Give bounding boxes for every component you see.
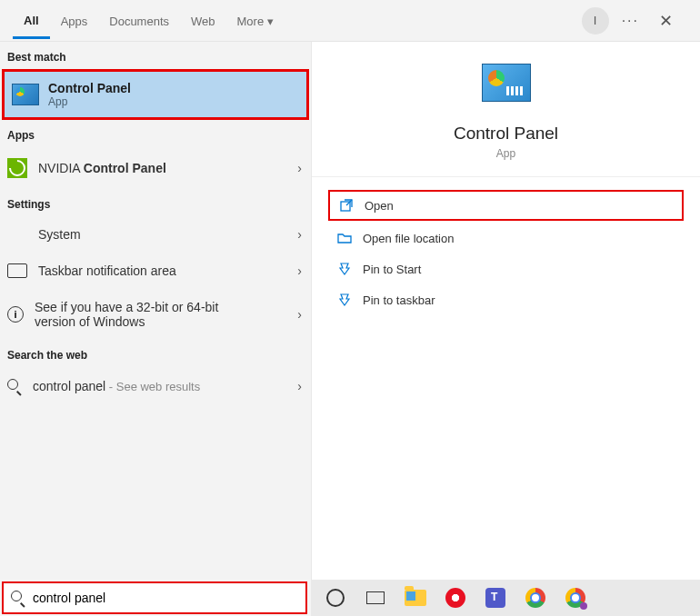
best-match-title: Control Panel [48, 81, 131, 95]
chrome-alt-icon[interactable] [564, 586, 587, 610]
tab-apps[interactable]: Apps [50, 4, 99, 37]
action-file-location-label: Open file location [363, 232, 454, 245]
action-pin-start-label: Pin to Start [363, 263, 421, 276]
action-pin-taskbar[interactable]: Pin to taskbar [328, 286, 684, 313]
open-icon [339, 198, 354, 213]
bits-label: See if you have a 32-bit or 64-bit versi… [35, 300, 253, 329]
result-nvidia-control-panel[interactable]: NVIDIA Control Panel › [0, 147, 311, 189]
chevron-right-icon: › [297, 263, 302, 278]
more-options-icon[interactable]: ··· [622, 13, 639, 29]
search-icon [11, 591, 25, 605]
nvidia-prefix: NVIDIA [38, 161, 84, 175]
task-view-icon[interactable] [364, 586, 387, 610]
result-system[interactable]: System › [0, 216, 311, 253]
pin-icon [337, 262, 352, 276]
pin-icon [337, 293, 352, 307]
detail-panel: Control Panel App Open Open file locatio… [311, 42, 700, 580]
section-best-match: Best match [0, 42, 311, 69]
chevron-down-icon: ▾ [267, 15, 274, 28]
section-search-web: Search the web [0, 340, 311, 367]
action-open-file-location[interactable]: Open file location [328, 224, 684, 252]
search-input[interactable] [33, 591, 298, 605]
teams-icon[interactable] [484, 586, 507, 610]
info-icon: i [7, 306, 24, 323]
action-open[interactable]: Open [328, 190, 684, 221]
search-icon [7, 379, 22, 393]
search-tabs: All Apps Documents Web More ▾ I ··· ✕ [0, 0, 700, 42]
action-open-label: Open [365, 199, 394, 213]
file-explorer-icon[interactable] [404, 586, 427, 610]
detail-subtitle: App [496, 147, 515, 160]
close-button[interactable]: ✕ [652, 7, 680, 35]
action-pin-taskbar-label: Pin to taskbar [363, 293, 435, 307]
chevron-right-icon: › [297, 379, 302, 393]
tab-more[interactable]: More ▾ [226, 4, 285, 37]
section-settings: Settings [0, 189, 311, 216]
web-suffix: - See web results [105, 380, 200, 393]
cortana-icon[interactable] [324, 586, 347, 610]
control-panel-icon [12, 84, 39, 105]
system-label: System [38, 227, 81, 242]
tab-web[interactable]: Web [180, 4, 226, 37]
detail-title: Control Panel [454, 124, 558, 144]
best-match-control-panel[interactable]: Control Panel App [2, 69, 309, 120]
best-match-subtitle: App [48, 95, 131, 108]
result-32-64-bit[interactable]: i See if you have a 32-bit or 64-bit ver… [0, 289, 311, 340]
result-web-search[interactable]: control panel - See web results › [0, 367, 311, 405]
search-bar[interactable] [2, 581, 307, 614]
taskbar [311, 580, 700, 616]
nvidia-bold: Control Panel [84, 161, 166, 175]
control-panel-icon [482, 64, 531, 102]
web-query: control panel [33, 379, 105, 393]
chrome-icon[interactable] [524, 586, 547, 610]
chevron-right-icon: › [297, 161, 302, 175]
chevron-right-icon: › [297, 307, 302, 322]
taskbar-label: Taskbar notification area [38, 263, 176, 278]
action-pin-start[interactable]: Pin to Start [328, 255, 684, 283]
section-apps: Apps [0, 120, 311, 147]
tab-documents[interactable]: Documents [98, 4, 180, 37]
user-avatar[interactable]: I [582, 7, 609, 35]
opera-icon[interactable] [444, 586, 467, 610]
tab-all[interactable]: All [13, 3, 50, 39]
nvidia-icon [7, 158, 27, 178]
folder-icon [337, 231, 352, 245]
results-panel: Best match Control Panel App Apps NVIDIA… [0, 42, 311, 580]
tab-more-label: More [237, 15, 265, 28]
result-taskbar-notification[interactable]: Taskbar notification area › [0, 253, 311, 289]
monitor-icon [7, 263, 27, 278]
chevron-right-icon: › [297, 227, 302, 242]
